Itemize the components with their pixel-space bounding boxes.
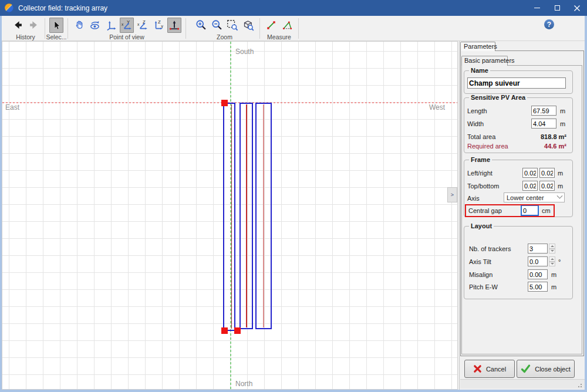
toolbar-separator xyxy=(298,18,299,39)
panel-splitter-button[interactable]: > xyxy=(447,187,457,202)
view-xz-button[interactable]: x Z xyxy=(136,18,150,33)
svg-text:Z: Z xyxy=(158,19,161,25)
total-area-value: 818.8 m² xyxy=(541,133,566,140)
view-xy-button[interactable]: x Y xyxy=(120,18,134,33)
pitch-ew-input[interactable] xyxy=(528,282,548,292)
close-object-button-label: Close object xyxy=(535,366,571,373)
top-bottom-unit: m xyxy=(558,183,563,190)
axes-3d-button[interactable] xyxy=(104,18,118,33)
nb-trackers-stepper[interactable] xyxy=(549,244,555,254)
svg-text:x: x xyxy=(137,22,140,26)
toolbar: History Selec... xyxy=(2,16,585,41)
spinner-down-icon[interactable] xyxy=(549,262,555,267)
pv-area-group-title: Sensitive PV Area xyxy=(469,94,527,101)
resize-grip-icon[interactable] xyxy=(578,382,583,387)
axis-dropdown[interactable]: Lower center xyxy=(504,192,565,202)
close-object-button[interactable]: Close object xyxy=(517,360,575,378)
zoom-out-button[interactable] xyxy=(210,18,224,33)
tab-basic-parameters-label: Basic parameters xyxy=(464,57,515,64)
nb-trackers-input[interactable] xyxy=(528,244,548,254)
name-group-title: Name xyxy=(469,67,490,74)
pitch-ew-unit: m xyxy=(551,283,556,290)
history-back-button[interactable] xyxy=(11,18,25,33)
app-icon xyxy=(5,4,14,12)
measure-label: Measure xyxy=(260,33,298,40)
cursor-icon xyxy=(52,21,61,30)
frame-group: Frame Left/right m Top/bottom m Axis Low… xyxy=(464,160,573,217)
axes-3d-icon xyxy=(106,20,116,31)
chevron-right-icon: > xyxy=(451,192,454,198)
right-frame-input[interactable] xyxy=(539,168,555,178)
orbit-view-button[interactable] xyxy=(88,18,102,33)
maximize-button[interactable] xyxy=(547,0,567,16)
misalign-label: Misalign xyxy=(469,271,492,278)
axis-tilt-stepper[interactable] xyxy=(549,256,555,266)
history-label: History xyxy=(6,33,45,40)
view-xz-icon: x Z xyxy=(137,19,149,31)
maximize-icon xyxy=(555,5,560,11)
window-border-right xyxy=(585,16,587,392)
spinner-up-icon[interactable] xyxy=(549,256,555,262)
zoom-window-icon xyxy=(227,19,238,31)
handle-top-left[interactable] xyxy=(221,100,228,106)
compass-west-label: West xyxy=(429,103,445,111)
length-input[interactable] xyxy=(531,106,556,116)
handle-bottom-second[interactable] xyxy=(234,327,241,334)
minimize-button[interactable] xyxy=(527,0,547,16)
width-unit: m xyxy=(560,120,565,127)
pan-tool-button[interactable] xyxy=(72,18,86,33)
zoom-3d-button[interactable] xyxy=(241,18,255,33)
red-x-icon xyxy=(473,364,482,373)
measure-distance-button[interactable] xyxy=(264,18,278,33)
left-right-unit: m xyxy=(558,170,563,177)
scene-drawing xyxy=(2,42,457,389)
toolbar-group-pov: x Y x Z xyxy=(68,17,185,40)
required-area-label: Required area xyxy=(467,143,508,150)
history-back-icon xyxy=(13,20,23,30)
bottom-frame-input[interactable] xyxy=(539,181,555,191)
axis-tilt-unit: ° xyxy=(558,258,561,265)
zoom-3d-icon xyxy=(242,19,254,31)
misalign-input[interactable] xyxy=(528,269,548,279)
view-zy-button[interactable]: Z y xyxy=(151,18,166,33)
select-tool-button[interactable] xyxy=(49,18,63,33)
axis-label: Axis xyxy=(467,195,480,202)
spinner-up-icon[interactable] xyxy=(549,244,555,249)
pv-area-group: Sensitive PV Area Length m Width m Total… xyxy=(464,97,573,153)
left-frame-input[interactable] xyxy=(522,168,538,178)
zoom-window-button[interactable] xyxy=(225,18,239,33)
compass-south-label: South xyxy=(235,48,254,56)
minimize-icon xyxy=(534,8,540,8)
name-input[interactable] xyxy=(467,77,566,89)
misalign-unit: m xyxy=(551,271,556,278)
select-label: Selec... xyxy=(45,33,68,40)
axis-tilt-input[interactable] xyxy=(528,256,548,266)
view-elevation-button[interactable] xyxy=(167,18,181,33)
toolbar-group-zoom: Zoom xyxy=(186,17,259,40)
tab-parameters[interactable]: Parameters xyxy=(460,42,495,51)
zoom-label: Zoom xyxy=(190,33,259,40)
pov-label: Point of view xyxy=(68,33,185,40)
nb-trackers-label: Nb. of trackers xyxy=(469,245,511,252)
measure-angle-button[interactable] xyxy=(280,18,294,33)
toolbar-group-select: Selec... xyxy=(45,17,68,40)
tracker-1[interactable] xyxy=(224,103,235,330)
toolbar-group-history: History xyxy=(6,17,45,40)
zoom-in-button[interactable] xyxy=(194,18,208,33)
cancel-button[interactable]: Cancel xyxy=(464,360,515,378)
spinner-down-icon[interactable] xyxy=(549,249,555,254)
history-forward-button[interactable] xyxy=(26,18,41,33)
collector-field-window: Collector field: tracking array History xyxy=(0,0,587,392)
close-button[interactable] xyxy=(567,0,587,16)
handle-bottom-left[interactable] xyxy=(221,327,228,334)
width-input[interactable] xyxy=(531,119,556,129)
help-button[interactable]: ? xyxy=(544,19,554,29)
measure-angle-icon xyxy=(282,20,293,31)
required-area-value: 44.6 m² xyxy=(544,143,566,150)
chevron-down-icon xyxy=(557,193,563,199)
orbit-eye-icon xyxy=(89,20,101,31)
top-frame-input[interactable] xyxy=(522,181,538,191)
scene-canvas[interactable]: South East West North > xyxy=(2,41,458,390)
view-xy-icon: x Y xyxy=(121,19,133,31)
tab-basic-parameters[interactable]: Basic parameters xyxy=(461,56,508,66)
